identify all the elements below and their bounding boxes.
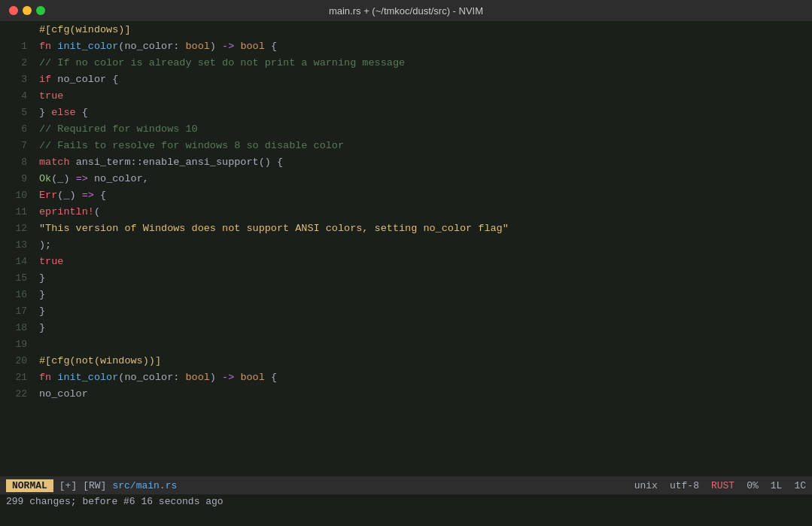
line-content: // Required for windows 10 — [39, 123, 198, 135]
line-number: 21 — [6, 372, 27, 383]
file-encoding: utf-8 — [670, 480, 699, 491]
code-line: 7 // Fails to resolve for windows 8 so d… — [0, 140, 812, 157]
maximize-button[interactable] — [36, 6, 45, 15]
line-content: eprintln!( — [39, 206, 100, 217]
line-content: fn init_color(no_color: bool) -> bool { — [39, 372, 277, 383]
vim-mode-badge: NORMAL — [6, 479, 53, 492]
line-content: #[cfg(not(windows))] — [39, 355, 161, 366]
line-number: 7 — [6, 140, 27, 151]
line-content: } — [39, 322, 45, 333]
code-line: 20 #[cfg(not(windows))] — [0, 355, 812, 372]
filetype-badge: RUST — [711, 480, 734, 491]
line-content: fn init_color(no_color: bool) -> bool { — [39, 41, 277, 52]
line-content: if no_color { — [39, 74, 118, 85]
line-content: true — [39, 256, 63, 267]
line-number: 8 — [6, 157, 27, 168]
line-content: match ansi_term::enable_ansi_support() { — [39, 157, 283, 168]
editor-area[interactable]: #[cfg(windows)] 1 fn init_color(no_color… — [0, 21, 812, 476]
filename-display: src/main.rs — [112, 480, 177, 491]
line-content: // If no color is already set do not pri… — [39, 57, 405, 68]
status-right-section: unix utf-8 RUST 0% 1L 1C — [634, 480, 806, 491]
line-indicator: 1L — [771, 480, 783, 491]
readwrite-indicator: [RW] — [83, 480, 106, 491]
code-line: 4 true — [0, 90, 812, 107]
line-content: } — [39, 272, 45, 284]
message-line: 299 changes; before #6 16 seconds ago — [0, 494, 812, 511]
line-content: } — [39, 306, 45, 317]
line-number: 16 — [6, 289, 27, 300]
file-format: unix — [634, 480, 658, 491]
line-number: 1 — [6, 41, 27, 52]
line-content: Err(_) => { — [39, 190, 106, 201]
code-line: 1 fn init_color(no_color: bool) -> bool … — [0, 41, 812, 57]
line-number: 20 — [6, 355, 27, 366]
line-number: 14 — [6, 256, 27, 267]
line-number: 4 — [6, 90, 27, 102]
window-title: main.rs + (~/tmkoc/dust/src) - NVIM — [329, 5, 483, 17]
line-content: no_color — [39, 388, 88, 400]
status-bar: NORMAL [+] [RW] src/main.rs unix utf-8 R… — [0, 476, 812, 494]
line-number: 19 — [6, 339, 27, 350]
code-line: 15 } — [0, 272, 812, 289]
line-number: 6 — [6, 123, 27, 135]
code-line: 10 Err(_) => { — [0, 190, 812, 206]
scroll-percent: 0% — [747, 480, 759, 491]
line-number: 15 — [6, 272, 27, 284]
line-content: Ok(_) => no_color, — [39, 173, 149, 184]
modified-indicator: [+] — [59, 480, 77, 491]
code-line: 8 match ansi_term::enable_ansi_support()… — [0, 157, 812, 173]
code-line: 11 eprintln!( — [0, 206, 812, 223]
code-line: 16 } — [0, 289, 812, 306]
code-line: 9 Ok(_) => no_color, — [0, 173, 812, 190]
line-content: } else { — [39, 107, 88, 118]
line-content: #[cfg(windows)] — [39, 24, 131, 35]
code-line: 17 } — [0, 306, 812, 322]
close-button[interactable] — [9, 6, 18, 15]
col-indicator: 1C — [794, 480, 806, 491]
line-content: } — [39, 289, 45, 300]
message-text: 299 changes; before #6 16 seconds ago — [6, 496, 224, 507]
code-line: 13 ); — [0, 239, 812, 256]
line-number: 10 — [6, 190, 27, 201]
line-number: 2 — [6, 57, 27, 68]
line-number: 13 — [6, 239, 27, 251]
line-content: "This version of Windows does not suppor… — [39, 223, 509, 234]
code-line: 21 fn init_color(no_color: bool) -> bool… — [0, 372, 812, 388]
minimize-button[interactable] — [23, 6, 32, 15]
line-number: 9 — [6, 173, 27, 184]
line-number: 11 — [6, 206, 27, 217]
code-line: 5 } else { — [0, 107, 812, 123]
line-number: 17 — [6, 306, 27, 317]
line-number: 3 — [6, 74, 27, 85]
code-line: 2 // If no color is already set do not p… — [0, 57, 812, 74]
line-number: 22 — [6, 388, 27, 400]
line-content: // Fails to resolve for windows 8 so dis… — [39, 140, 344, 151]
line-number: 5 — [6, 107, 27, 118]
code-line: 3 if no_color { — [0, 74, 812, 90]
code-line: 22 no_color — [0, 388, 812, 405]
code-line: 6 // Required for windows 10 — [0, 123, 812, 140]
line-content: true — [39, 90, 63, 102]
line-number: 18 — [6, 322, 27, 333]
title-bar: main.rs + (~/tmkoc/dust/src) - NVIM — [0, 0, 812, 21]
code-line: 12 "This version of Windows does not sup… — [0, 223, 812, 239]
traffic-lights — [9, 6, 45, 15]
code-line: 14 true — [0, 256, 812, 272]
code-line: 19 — [0, 339, 812, 355]
line-number: 12 — [6, 223, 27, 234]
line-content: ); — [39, 239, 51, 251]
code-line: 18 } — [0, 322, 812, 339]
code-line: #[cfg(windows)] — [0, 24, 812, 41]
